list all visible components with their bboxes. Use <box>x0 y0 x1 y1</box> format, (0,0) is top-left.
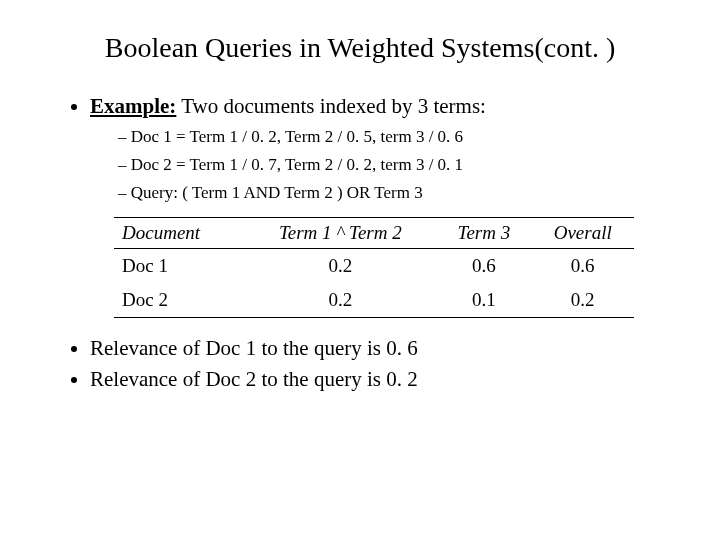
cell-overall: 0.2 <box>531 283 634 318</box>
cell-doc: Doc 2 <box>114 283 244 318</box>
sub-item-query: Query: ( Term 1 AND Term 2 ) OR Term 3 <box>118 183 670 203</box>
example-text: Two documents indexed by 3 terms: <box>176 94 486 118</box>
table-row: Doc 1 0.2 0.6 0.6 <box>114 249 634 284</box>
cell-doc: Doc 1 <box>114 249 244 284</box>
th-term3: Term 3 <box>436 218 531 249</box>
cell-term3: 0.1 <box>436 283 531 318</box>
example-sub-list: Doc 1 = Term 1 / 0. 2, Term 2 / 0. 5, te… <box>90 127 670 203</box>
sub-item-doc1: Doc 1 = Term 1 / 0. 2, Term 2 / 0. 5, te… <box>118 127 670 147</box>
result-table: Document Term 1 ^ Term 2 Term 3 Overall … <box>114 217 634 318</box>
cell-and: 0.2 <box>244 283 436 318</box>
th-document: Document <box>114 218 244 249</box>
slide: Boolean Queries in Weighted Systems(cont… <box>0 0 720 540</box>
conclusion-doc2: Relevance of Doc 2 to the query is 0. 2 <box>90 367 670 392</box>
table-header-row: Document Term 1 ^ Term 2 Term 3 Overall <box>114 218 634 249</box>
sub-item-doc2: Doc 2 = Term 1 / 0. 7, Term 2 / 0. 2, te… <box>118 155 670 175</box>
conclusion-list: Relevance of Doc 1 to the query is 0. 6 … <box>50 336 670 392</box>
slide-title: Boolean Queries in Weighted Systems(cont… <box>50 32 670 64</box>
cell-term3: 0.6 <box>436 249 531 284</box>
example-bullet: Example: Two documents indexed by 3 term… <box>90 94 670 203</box>
cell-and: 0.2 <box>244 249 436 284</box>
example-list: Example: Two documents indexed by 3 term… <box>50 94 670 203</box>
conclusion-doc1: Relevance of Doc 1 to the query is 0. 6 <box>90 336 670 361</box>
cell-overall: 0.6 <box>531 249 634 284</box>
example-label: Example: <box>90 94 176 118</box>
th-overall: Overall <box>531 218 634 249</box>
th-term1-and-term2: Term 1 ^ Term 2 <box>244 218 436 249</box>
result-table-wrap: Document Term 1 ^ Term 2 Term 3 Overall … <box>114 217 634 318</box>
table-row: Doc 2 0.2 0.1 0.2 <box>114 283 634 318</box>
